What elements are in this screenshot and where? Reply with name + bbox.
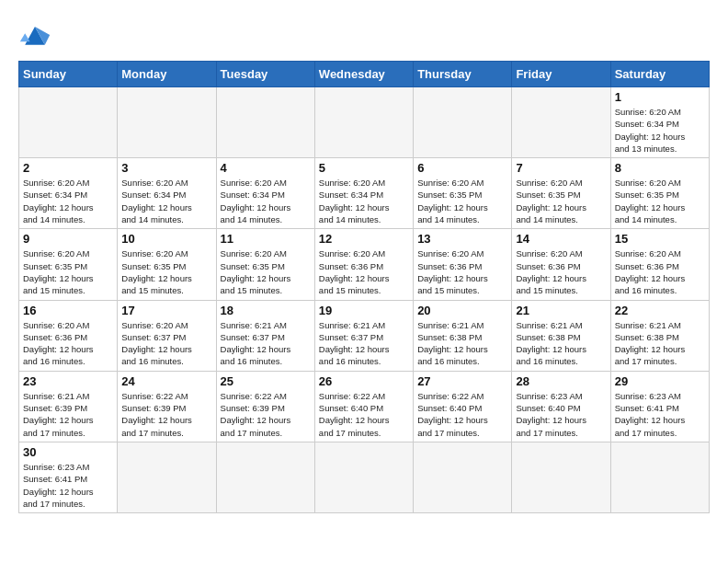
calendar-day-cell: 2Sunrise: 6:20 AM Sunset: 6:34 PM Daylig… bbox=[19, 158, 118, 229]
calendar-week-row: 2Sunrise: 6:20 AM Sunset: 6:34 PM Daylig… bbox=[19, 158, 710, 229]
calendar-day-cell: 23Sunrise: 6:21 AM Sunset: 6:39 PM Dayli… bbox=[19, 371, 118, 442]
day-number: 4 bbox=[221, 161, 311, 175]
day-number: 13 bbox=[417, 232, 507, 246]
calendar-day-cell: 27Sunrise: 6:22 AM Sunset: 6:40 PM Dayli… bbox=[414, 371, 512, 442]
calendar-day-cell: 11Sunrise: 6:20 AM Sunset: 6:35 PM Dayli… bbox=[216, 229, 314, 300]
calendar-day-cell: 22Sunrise: 6:21 AM Sunset: 6:38 PM Dayli… bbox=[610, 300, 709, 371]
calendar-week-row: 23Sunrise: 6:21 AM Sunset: 6:39 PM Dayli… bbox=[19, 371, 710, 442]
calendar-week-row: 30Sunrise: 6:23 AM Sunset: 6:41 PM Dayli… bbox=[19, 442, 710, 512]
calendar-week-row: 1Sunrise: 6:20 AM Sunset: 6:34 PM Daylig… bbox=[19, 87, 710, 158]
calendar-day-cell: 26Sunrise: 6:22 AM Sunset: 6:40 PM Dayli… bbox=[314, 371, 413, 442]
day-info: Sunrise: 6:20 AM Sunset: 6:34 PM Dayligh… bbox=[23, 177, 113, 225]
day-info: Sunrise: 6:20 AM Sunset: 6:35 PM Dayligh… bbox=[417, 177, 507, 225]
day-number: 1 bbox=[615, 90, 705, 104]
day-info: Sunrise: 6:20 AM Sunset: 6:35 PM Dayligh… bbox=[615, 177, 705, 225]
calendar-day-cell: 9Sunrise: 6:20 AM Sunset: 6:35 PM Daylig… bbox=[19, 229, 118, 300]
day-number: 21 bbox=[516, 304, 606, 317]
calendar-day-cell: 16Sunrise: 6:20 AM Sunset: 6:36 PM Dayli… bbox=[19, 300, 118, 371]
day-number: 23 bbox=[23, 374, 113, 388]
calendar-day-cell: 20Sunrise: 6:21 AM Sunset: 6:38 PM Dayli… bbox=[414, 300, 512, 371]
calendar-day-cell: 30Sunrise: 6:23 AM Sunset: 6:41 PM Dayli… bbox=[19, 442, 118, 512]
day-number: 19 bbox=[319, 304, 409, 317]
day-number: 15 bbox=[615, 232, 705, 246]
calendar-day-cell bbox=[414, 442, 512, 512]
calendar-day-cell bbox=[118, 442, 216, 512]
day-number: 30 bbox=[23, 445, 113, 459]
day-info: Sunrise: 6:22 AM Sunset: 6:39 PM Dayligh… bbox=[121, 390, 211, 439]
weekday-header-monday: Monday bbox=[118, 62, 216, 87]
calendar-day-cell: 25Sunrise: 6:22 AM Sunset: 6:39 PM Dayli… bbox=[216, 371, 314, 442]
day-number: 2 bbox=[23, 161, 113, 175]
day-number: 5 bbox=[319, 161, 409, 175]
day-number: 20 bbox=[417, 304, 507, 317]
day-info: Sunrise: 6:20 AM Sunset: 6:36 PM Dayligh… bbox=[417, 247, 507, 296]
calendar-day-cell: 4Sunrise: 6:20 AM Sunset: 6:34 PM Daylig… bbox=[216, 158, 314, 229]
calendar-day-cell: 24Sunrise: 6:22 AM Sunset: 6:39 PM Dayli… bbox=[118, 371, 216, 442]
calendar-day-cell: 18Sunrise: 6:21 AM Sunset: 6:37 PM Dayli… bbox=[216, 300, 314, 371]
day-number: 8 bbox=[615, 161, 705, 175]
day-info: Sunrise: 6:20 AM Sunset: 6:36 PM Dayligh… bbox=[23, 319, 113, 368]
day-number: 25 bbox=[221, 374, 311, 388]
day-number: 18 bbox=[221, 304, 311, 317]
day-info: Sunrise: 6:21 AM Sunset: 6:37 PM Dayligh… bbox=[319, 319, 409, 368]
weekday-header-tuesday: Tuesday bbox=[216, 62, 314, 87]
calendar-day-cell: 19Sunrise: 6:21 AM Sunset: 6:37 PM Dayli… bbox=[314, 300, 413, 371]
day-number: 3 bbox=[121, 161, 211, 175]
day-number: 27 bbox=[417, 374, 507, 388]
calendar-day-cell bbox=[216, 87, 314, 158]
day-number: 6 bbox=[417, 161, 507, 175]
day-info: Sunrise: 6:20 AM Sunset: 6:37 PM Dayligh… bbox=[121, 319, 211, 368]
page-header bbox=[18, 18, 710, 52]
day-number: 29 bbox=[615, 374, 705, 388]
calendar-day-cell: 8Sunrise: 6:20 AM Sunset: 6:35 PM Daylig… bbox=[610, 158, 709, 229]
calendar-table: SundayMondayTuesdayWednesdayThursdayFrid… bbox=[18, 61, 710, 513]
day-info: Sunrise: 6:21 AM Sunset: 6:38 PM Dayligh… bbox=[417, 319, 507, 368]
day-info: Sunrise: 6:21 AM Sunset: 6:39 PM Dayligh… bbox=[23, 390, 113, 439]
calendar-day-cell bbox=[512, 87, 610, 158]
calendar-day-cell: 28Sunrise: 6:23 AM Sunset: 6:40 PM Dayli… bbox=[512, 371, 610, 442]
calendar-day-cell: 14Sunrise: 6:20 AM Sunset: 6:36 PM Dayli… bbox=[512, 229, 610, 300]
day-number: 17 bbox=[121, 304, 211, 317]
calendar-day-cell: 3Sunrise: 6:20 AM Sunset: 6:34 PM Daylig… bbox=[118, 158, 216, 229]
calendar-day-cell: 6Sunrise: 6:20 AM Sunset: 6:35 PM Daylig… bbox=[414, 158, 512, 229]
day-info: Sunrise: 6:21 AM Sunset: 6:37 PM Dayligh… bbox=[221, 319, 311, 368]
day-info: Sunrise: 6:20 AM Sunset: 6:34 PM Dayligh… bbox=[221, 177, 311, 225]
day-info: Sunrise: 6:22 AM Sunset: 6:39 PM Dayligh… bbox=[221, 390, 311, 439]
day-info: Sunrise: 6:20 AM Sunset: 6:34 PM Dayligh… bbox=[615, 106, 705, 155]
calendar-week-row: 16Sunrise: 6:20 AM Sunset: 6:36 PM Dayli… bbox=[19, 300, 710, 371]
day-number: 26 bbox=[319, 374, 409, 388]
calendar-week-row: 9Sunrise: 6:20 AM Sunset: 6:35 PM Daylig… bbox=[19, 229, 710, 300]
day-info: Sunrise: 6:20 AM Sunset: 6:35 PM Dayligh… bbox=[23, 247, 113, 296]
day-info: Sunrise: 6:21 AM Sunset: 6:38 PM Dayligh… bbox=[615, 319, 705, 368]
day-number: 9 bbox=[23, 232, 113, 246]
weekday-header-sunday: Sunday bbox=[19, 62, 118, 87]
calendar-day-cell: 10Sunrise: 6:20 AM Sunset: 6:35 PM Dayli… bbox=[118, 229, 216, 300]
day-info: Sunrise: 6:22 AM Sunset: 6:40 PM Dayligh… bbox=[319, 390, 409, 439]
day-number: 10 bbox=[121, 232, 211, 246]
calendar-day-cell bbox=[314, 442, 413, 512]
day-info: Sunrise: 6:20 AM Sunset: 6:36 PM Dayligh… bbox=[615, 247, 705, 296]
weekday-header-saturday: Saturday bbox=[610, 62, 709, 87]
calendar-day-cell: 29Sunrise: 6:23 AM Sunset: 6:41 PM Dayli… bbox=[610, 371, 709, 442]
weekday-header-friday: Friday bbox=[512, 62, 610, 87]
calendar-day-cell: 1Sunrise: 6:20 AM Sunset: 6:34 PM Daylig… bbox=[610, 87, 709, 158]
day-info: Sunrise: 6:22 AM Sunset: 6:40 PM Dayligh… bbox=[417, 390, 507, 439]
weekday-header-thursday: Thursday bbox=[414, 62, 512, 87]
day-info: Sunrise: 6:23 AM Sunset: 6:41 PM Dayligh… bbox=[615, 390, 705, 439]
day-info: Sunrise: 6:23 AM Sunset: 6:40 PM Dayligh… bbox=[516, 390, 606, 439]
calendar-day-cell bbox=[512, 442, 610, 512]
day-info: Sunrise: 6:20 AM Sunset: 6:34 PM Dayligh… bbox=[319, 177, 409, 225]
day-number: 28 bbox=[516, 374, 606, 388]
day-info: Sunrise: 6:20 AM Sunset: 6:35 PM Dayligh… bbox=[221, 247, 311, 296]
day-number: 22 bbox=[615, 304, 705, 317]
calendar-day-cell: 7Sunrise: 6:20 AM Sunset: 6:35 PM Daylig… bbox=[512, 158, 610, 229]
calendar-day-cell: 21Sunrise: 6:21 AM Sunset: 6:38 PM Dayli… bbox=[512, 300, 610, 371]
day-number: 12 bbox=[319, 232, 409, 246]
logo bbox=[18, 18, 57, 52]
day-info: Sunrise: 6:21 AM Sunset: 6:38 PM Dayligh… bbox=[516, 319, 606, 368]
weekday-header-wednesday: Wednesday bbox=[314, 62, 413, 87]
logo-icon bbox=[18, 18, 51, 52]
day-info: Sunrise: 6:20 AM Sunset: 6:36 PM Dayligh… bbox=[516, 247, 606, 296]
day-number: 24 bbox=[121, 374, 211, 388]
calendar-day-cell: 15Sunrise: 6:20 AM Sunset: 6:36 PM Dayli… bbox=[610, 229, 709, 300]
